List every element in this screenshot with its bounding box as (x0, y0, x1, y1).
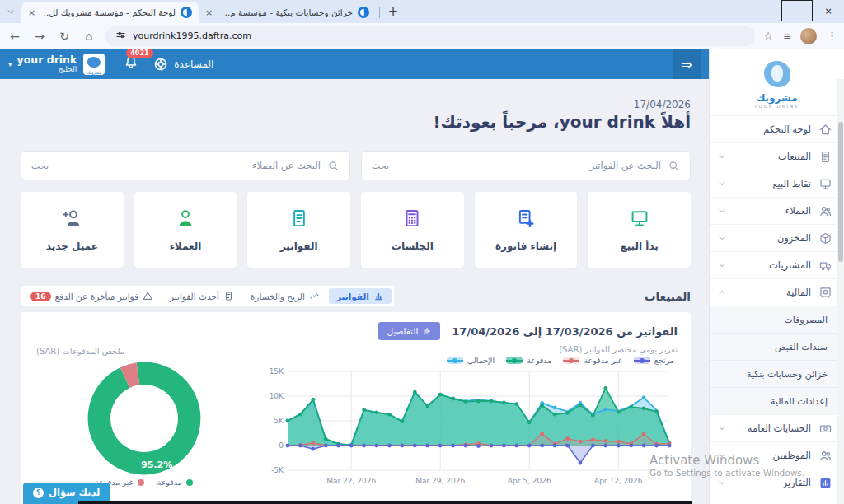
donut-title: ملخص المدفوعات (SAR) (26, 345, 261, 356)
legend-swatch-icon (634, 357, 650, 364)
person-icon (175, 208, 196, 232)
tab-search-chevron-icon[interactable] (0, 2, 21, 21)
line-legend-item-3[interactable]: مرتجع (634, 356, 674, 365)
company-switcher[interactable]: your drink الخليج (17, 54, 77, 74)
sidebar-subitem-1[interactable]: سندات القبض (710, 333, 844, 360)
client-search-input[interactable] (31, 161, 246, 171)
sidebar-nav: لوحة التحكم المبيعات نقاط البيع العملاء … (710, 115, 844, 496)
window-controls: — × (750, 0, 844, 21)
sidebar-item-3[interactable]: العملاء (710, 197, 844, 224)
calculator-icon (401, 208, 423, 232)
sidebar-item-1[interactable]: المبيعات (710, 142, 844, 170)
chevron-down-icon (718, 451, 726, 460)
sidebar-brand: مشروبك YOUR DRINK (710, 49, 844, 115)
notifications-button[interactable]: 4021 (123, 54, 139, 74)
sidebar-item-7[interactable]: الحسابات العامة (710, 414, 844, 441)
date-from[interactable]: 17/03/2026 (546, 325, 613, 338)
sidebar-item-8[interactable]: الموظفين (710, 441, 844, 469)
brand-name: مشروبك (710, 92, 844, 104)
current-date: 17/04/2026 (634, 99, 691, 110)
app-header: ▾ your drink الخليج 4021 المساعدة ⇒ (0, 49, 709, 79)
quick-action-1[interactable]: إنشاء فاتورة (475, 192, 578, 268)
help-menu-button[interactable]: المساعدة (152, 56, 213, 72)
window-scrollbar[interactable] (837, 79, 844, 504)
reload-icon[interactable]: ↻ (56, 30, 73, 43)
sales-tab-1[interactable]: الربح والخسارة (243, 288, 327, 304)
browser-tabstrip: × لوحة التحكم - مؤسسة مشروبك لل.. × خزائ… (0, 0, 844, 23)
line-legend-item-2[interactable]: غير مدفوعة (563, 356, 621, 365)
search-icon (327, 160, 340, 172)
url-text: yourdrink1995.daftra.com (133, 30, 251, 41)
donut-chart[interactable]: 95.2% (26, 356, 261, 481)
browser-tab-treasuries[interactable]: × خزائن وحسابات بنكية - مؤسسة م.. (199, 2, 376, 23)
brand-subtitle: YOUR DRINK (710, 104, 844, 109)
sidebar-subitem-3[interactable]: إعدادات المالية (710, 387, 844, 414)
search-row: البحث عن الفواتير البحث عن العملاء (21, 151, 691, 180)
client-searchbox: البحث عن العملاء (21, 151, 350, 180)
line-legend-item-1[interactable]: مدفوعة (506, 356, 551, 365)
company-name: your drink (17, 54, 77, 66)
sales-tab-3[interactable]: فواتير متأخرة عن الدفع 16 (23, 288, 161, 304)
sidebar-item-5[interactable]: المشتريات (710, 251, 844, 278)
company-chevron-icon[interactable]: ▾ (8, 60, 12, 68)
home-icon (818, 123, 832, 137)
legend-swatch-icon (447, 357, 463, 364)
chevron-down-icon (718, 478, 726, 487)
person-plus-icon (61, 208, 82, 232)
sidebar-item-0[interactable]: لوحة التحكم (710, 115, 844, 142)
browser-tab-dashboard[interactable]: × لوحة التحكم - مؤسسة مشروبك لل.. (21, 2, 199, 23)
maximize-button[interactable] (781, 0, 813, 21)
quick-action-4[interactable]: العملاء (134, 192, 237, 268)
quick-action-2[interactable]: الجلسات (361, 192, 464, 268)
address-bar[interactable]: yourdrink1995.daftra.com (106, 26, 755, 46)
sidebar: مشروبك YOUR DRINK لوحة التحكم المبيعات ن… (709, 49, 844, 504)
browser-toolbar: ← → ↻ ⌂ yourdrink1995.daftra.com ☆ ≡ ⋮ (0, 23, 844, 49)
invoice-icon (818, 150, 832, 164)
tab-close-icon[interactable]: × (205, 7, 213, 18)
sidebar-subitem-2[interactable]: خزائن وحسابات بنكية (710, 360, 844, 387)
svg-text:10K: 10K (270, 392, 284, 400)
sales-tab-2[interactable]: أحدث الفواتير (162, 288, 241, 304)
quick-action-5[interactable]: عميل جديد (21, 192, 124, 268)
question-mark-icon: ؟ (33, 488, 44, 498)
sidebar-subitem-0[interactable]: المصروفات (710, 306, 844, 333)
scrollbar-thumb[interactable] (838, 122, 843, 262)
sidebar-item-2[interactable]: نقاط البيع (710, 170, 844, 197)
quick-action-0[interactable]: بدأ البيع (588, 192, 691, 268)
sidebar-collapse-button[interactable]: ⇒ (673, 49, 701, 79)
company-logo[interactable] (83, 54, 105, 75)
staff-icon (818, 449, 832, 463)
minimize-button[interactable]: — (750, 0, 781, 21)
tab-close-icon[interactable]: × (28, 7, 35, 18)
line-legend-item-0[interactable]: الإجمالي (447, 356, 495, 365)
sales-tab-0[interactable]: الفواتير (329, 288, 392, 304)
home-icon[interactable]: ⌂ (81, 30, 97, 43)
side-panel-icon[interactable]: ≡ (783, 30, 790, 42)
company-region: الخليج (59, 66, 77, 74)
sidebar-item-6[interactable]: المالية (710, 278, 844, 306)
profile-avatar[interactable] (800, 28, 817, 44)
invoice-search-label: البحث عن الفواتير (590, 160, 661, 171)
inventory-icon (818, 231, 832, 245)
purchases-icon (818, 259, 832, 273)
back-icon[interactable]: ← (7, 30, 23, 43)
invoice-search-input[interactable] (372, 161, 584, 171)
help-label: المساعدة (174, 58, 213, 70)
panel-header: الفواتير من 17/03/2026 إلى 17/04/2026 ال… (34, 322, 678, 340)
sidebar-item-4[interactable]: المخزون (710, 224, 844, 251)
browser-window: × لوحة التحكم - مؤسسة مشروبك لل.. × خزائ… (0, 0, 844, 504)
invoice-icon (288, 208, 310, 232)
site-info-icon[interactable] (115, 30, 126, 43)
bookmark-star-icon[interactable]: ☆ (763, 30, 773, 42)
quick-action-3[interactable]: الفواتير (247, 192, 350, 268)
donut-legend-item-0[interactable]: مدفوعة (157, 478, 193, 487)
reports-icon (818, 476, 832, 490)
date-to[interactable]: 17/04/2026 (452, 325, 519, 338)
forward-icon[interactable]: → (31, 30, 48, 43)
sidebar-item-9[interactable]: التقارير (710, 469, 844, 496)
close-button[interactable]: × (813, 0, 844, 21)
details-button[interactable]: التفاصيل (378, 322, 440, 340)
browser-menu-icon[interactable]: ⋮ (827, 30, 837, 42)
new-tab-button[interactable]: + (383, 2, 403, 21)
line-chart[interactable]: 15K 10K 5K 0 -5K Mar 22, 2026 Mar 29, 20… (261, 365, 678, 493)
